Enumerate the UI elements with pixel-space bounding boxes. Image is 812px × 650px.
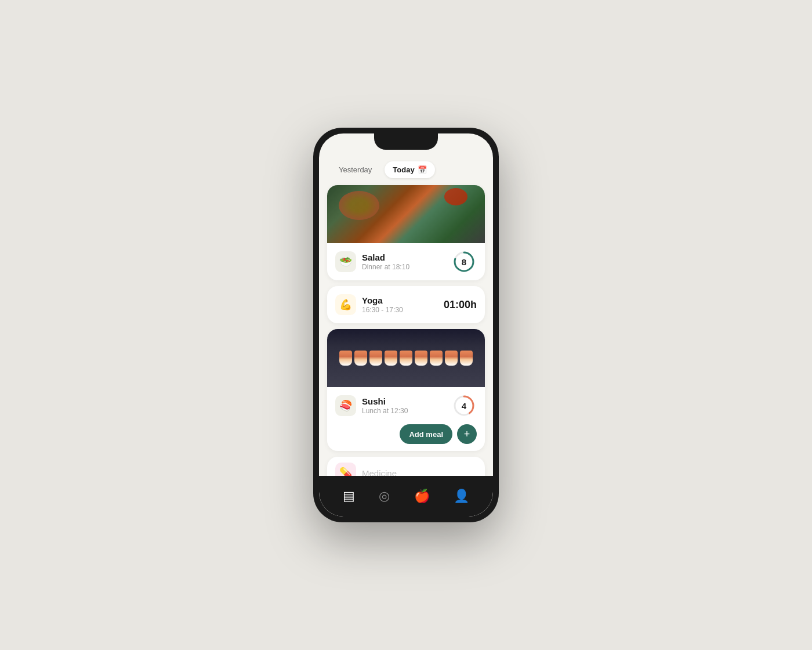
- tab-today[interactable]: Today 📅: [385, 161, 434, 178]
- tab-yesterday[interactable]: Yesterday: [331, 161, 380, 178]
- yoga-card[interactable]: 💪 Yoga 16:30 - 17:30 01:00h: [327, 286, 485, 323]
- sushi-piece-2: [354, 351, 367, 366]
- sushi-piece-8: [445, 351, 458, 366]
- tab-header: Yesterday Today 📅: [319, 157, 493, 185]
- sushi-info: 🍣 Sushi Lunch at 12:30 4: [327, 387, 485, 424]
- salad-score: 8: [451, 249, 477, 275]
- salad-card[interactable]: 🥗 Salad Dinner at 18:10 8: [327, 185, 485, 280]
- medicine-emoji: 💊: [335, 463, 356, 476]
- calendar-icon: 📅: [418, 165, 427, 174]
- sushi-score: 4: [451, 393, 477, 418]
- yoga-time: 16:30 - 17:30: [362, 306, 438, 314]
- sushi-piece-3: [369, 351, 382, 366]
- yoga-duration: 01:00h: [444, 299, 477, 311]
- salad-name: Salad: [362, 252, 445, 262]
- sushi-text: Sushi Lunch at 12:30: [362, 396, 445, 415]
- sushi-piece-5: [400, 351, 412, 366]
- salad-score-number: 8: [462, 257, 466, 267]
- salad-text: Salad Dinner at 18:10: [362, 252, 445, 271]
- salad-image: [327, 185, 485, 243]
- screen-content: Yesterday Today 📅 🥗 Salad Dinner at 18:1…: [319, 133, 493, 476]
- salad-subtitle: Dinner at 18:10: [362, 263, 445, 271]
- medicine-card: 💊 Medicine: [327, 457, 485, 476]
- bottom-nav: ▤ ◎ 🍎 👤: [319, 476, 493, 517]
- sushi-piece-6: [415, 351, 427, 366]
- nav-diary[interactable]: ▤: [343, 489, 355, 504]
- sushi-subtitle: Lunch at 12:30: [362, 407, 445, 415]
- diary-icon: ▤: [343, 489, 355, 504]
- yoga-emoji: 💪: [335, 294, 356, 315]
- sushi-emoji: 🍣: [335, 395, 356, 416]
- apple-icon: 🍎: [414, 489, 430, 504]
- yoga-text: Yoga 16:30 - 17:30: [362, 295, 438, 314]
- sushi-piece-9: [460, 351, 473, 366]
- sushi-piece-7: [430, 351, 443, 366]
- yoga-name: Yoga: [362, 295, 438, 305]
- compass-icon: ◎: [379, 489, 390, 504]
- sushi-score-number: 4: [462, 401, 466, 411]
- sushi-piece-1: [339, 351, 352, 366]
- sushi-card[interactable]: 🍣 Sushi Lunch at 12:30 4 A: [327, 329, 485, 451]
- today-label: Today: [393, 165, 414, 174]
- phone-notch: [374, 133, 438, 150]
- add-meal-row: Add meal +: [327, 424, 485, 451]
- sushi-image: [327, 329, 485, 387]
- phone-frame: Yesterday Today 📅 🥗 Salad Dinner at 18:1…: [313, 128, 499, 522]
- add-meal-button[interactable]: Add meal: [400, 424, 452, 444]
- add-plus-button[interactable]: +: [457, 424, 477, 444]
- nav-compass[interactable]: ◎: [379, 489, 390, 504]
- phone-screen: Yesterday Today 📅 🥗 Salad Dinner at 18:1…: [319, 133, 493, 517]
- nav-nutrition[interactable]: 🍎: [414, 489, 430, 504]
- sushi-piece-4: [385, 351, 397, 366]
- medicine-label: Medicine: [362, 468, 477, 476]
- sushi-name: Sushi: [362, 396, 445, 406]
- salad-emoji: 🥗: [335, 251, 356, 272]
- salad-info: 🥗 Salad Dinner at 18:10 8: [327, 243, 485, 280]
- nav-profile[interactable]: 👤: [454, 489, 469, 504]
- person-icon: 👤: [454, 489, 469, 504]
